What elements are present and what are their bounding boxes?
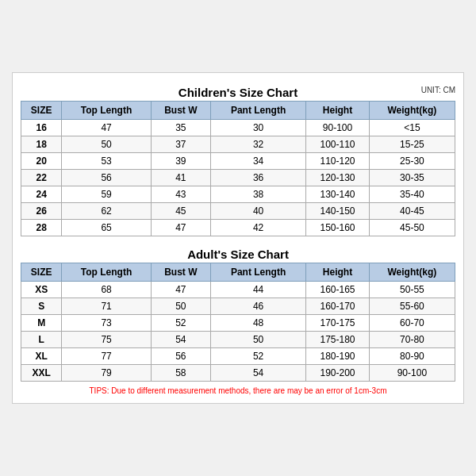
table-cell: <15 [369,120,455,136]
table-cell: 90-100 [306,120,369,136]
table-cell: 56 [62,170,152,186]
table-cell: 75 [62,332,152,348]
table-cell: 40-45 [369,203,455,220]
table-cell: 62 [62,203,152,220]
adults-table: SIZE Top Length Bust W Pant Length Heigh… [21,263,455,382]
table-cell: 65 [62,220,152,236]
table-row: M735248170-17560-70 [21,315,455,332]
adult-col-header-top-length: Top Length [62,263,152,282]
table-cell: XS [21,282,62,298]
col-header-size: SIZE [21,102,62,120]
table-cell: 45-50 [369,220,455,236]
children-section-title: Children's Size Chart UNIT: CM [21,81,455,101]
table-cell: 56 [151,348,210,365]
table-cell: 28 [21,220,62,236]
table-row: L755450175-18070-80 [21,332,455,348]
table-cell: 130-140 [306,186,369,203]
table-row: 26624540140-15040-45 [21,203,455,220]
table-cell: 47 [62,120,152,136]
col-header-pant-length: Pant Length [210,102,305,120]
col-header-weight: Weight(kg) [369,102,455,120]
table-cell: 80-90 [369,348,455,365]
table-cell: 48 [210,315,305,332]
table-cell: 58 [151,365,210,382]
table-cell: 18 [21,136,62,153]
table-cell: 26 [21,203,62,220]
table-cell: 30-35 [369,170,455,186]
table-row: 18503732100-11015-25 [21,136,455,153]
col-header-top-length: Top Length [62,102,152,120]
table-cell: 110-120 [306,153,369,170]
table-row: S715046160-17055-60 [21,298,455,315]
table-cell: 45 [151,203,210,220]
table-cell: 77 [62,348,152,365]
table-cell: 52 [210,348,305,365]
table-cell: 175-180 [306,332,369,348]
children-table: SIZE Top Length Bust W Pant Length Heigh… [21,101,455,236]
col-header-bust-w: Bust W [151,102,210,120]
table-cell: 120-130 [306,170,369,186]
adults-section-title: Adult's Size Chart [21,243,455,263]
table-row: 28654742150-16045-50 [21,220,455,236]
table-cell: 42 [210,220,305,236]
table-cell: 150-160 [306,220,369,236]
table-cell: 50 [210,332,305,348]
unit-label: UNIT: CM [421,86,455,94]
table-cell: 53 [62,153,152,170]
table-row: 24594338130-14035-40 [21,186,455,203]
table-cell: 24 [21,186,62,203]
table-cell: 16 [21,120,62,136]
table-cell: 47 [151,220,210,236]
table-cell: 71 [62,298,152,315]
table-cell: 34 [210,153,305,170]
table-row: XL775652180-19080-90 [21,348,455,365]
chart-container: Children's Size Chart UNIT: CM SIZE Top … [12,72,464,404]
children-header-row: SIZE Top Length Bust W Pant Length Heigh… [21,102,455,120]
table-cell: 32 [210,136,305,153]
table-cell: XXL [21,365,62,382]
table-cell: 47 [151,282,210,298]
table-cell: 46 [210,298,305,315]
table-cell: M [21,315,62,332]
table-row: 22564136120-13030-35 [21,170,455,186]
table-cell: 160-170 [306,298,369,315]
tips-text: TIPS: Due to different measurement metho… [21,386,455,395]
table-cell: 52 [151,315,210,332]
table-cell: 54 [210,365,305,382]
table-cell: 25-30 [369,153,455,170]
adults-title-text: Adult's Size Chart [187,248,289,261]
table-cell: L [21,332,62,348]
adult-col-header-bust-w: Bust W [151,263,210,282]
table-cell: 190-200 [306,365,369,382]
table-cell: 54 [151,332,210,348]
table-cell: 140-150 [306,203,369,220]
table-cell: 70-80 [369,332,455,348]
table-cell: 100-110 [306,136,369,153]
table-row: XS684744160-16550-55 [21,282,455,298]
table-cell: 90-100 [369,365,455,382]
table-cell: 73 [62,315,152,332]
table-cell: 22 [21,170,62,186]
table-cell: 41 [151,170,210,186]
table-cell: 30 [210,120,305,136]
table-cell: 36 [210,170,305,186]
table-cell: 60-70 [369,315,455,332]
table-cell: 180-190 [306,348,369,365]
table-cell: 79 [62,365,152,382]
children-title-text: Children's Size Chart [178,86,298,99]
table-cell: 50-55 [369,282,455,298]
table-cell: 55-60 [369,298,455,315]
table-row: 20533934110-12025-30 [21,153,455,170]
table-cell: 170-175 [306,315,369,332]
table-cell: 50 [62,136,152,153]
table-cell: 44 [210,282,305,298]
table-row: 1647353090-100<15 [21,120,455,136]
table-cell: XL [21,348,62,365]
table-cell: 59 [62,186,152,203]
table-cell: 38 [210,186,305,203]
table-cell: 50 [151,298,210,315]
table-cell: 15-25 [369,136,455,153]
table-cell: 40 [210,203,305,220]
table-cell: 20 [21,153,62,170]
adult-col-header-pant-length: Pant Length [210,263,305,282]
